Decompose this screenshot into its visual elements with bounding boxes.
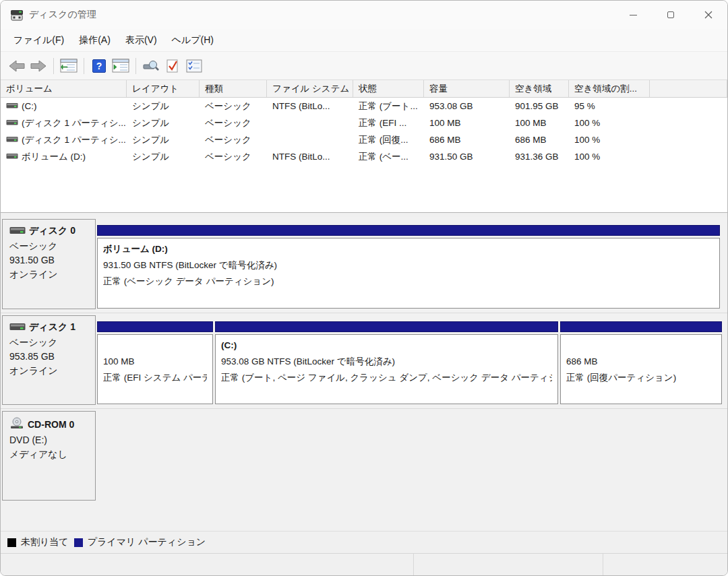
disk-icon [9, 322, 26, 333]
column-header-volume[interactable]: ボリューム [1, 80, 127, 97]
cdrom-0-label[interactable]: CD-ROM 0 DVD (E:) メディアなし [2, 411, 96, 501]
cell-status: 正常 (ベー... [353, 151, 424, 163]
partition-box: 686 MB 正常 (回復パーティション) [560, 334, 722, 404]
partition-color-bar [97, 321, 213, 332]
cell-free: 100 MB [510, 118, 569, 128]
table-row[interactable]: (ディスク 1 パーティシ... シンプル ベーシック 正常 (EFI ... … [1, 115, 727, 131]
partition-status: 正常 (回復パーティション) [566, 370, 716, 386]
disk-status: オンライン [9, 364, 91, 378]
volume-icon [6, 152, 18, 162]
back-icon[interactable] [7, 56, 27, 76]
title-bar: ディスクの管理 [1, 1, 727, 29]
partition-name: (C:) [221, 338, 552, 354]
volume-list: ボリューム レイアウト 種類 ファイル システム 状態 容量 空き領域 空き領域… [1, 80, 727, 212]
partition-color-bar [97, 225, 720, 236]
device-view-icon[interactable] [141, 56, 161, 76]
disk-0-label[interactable]: ディスク 0 ベーシック 931.50 GB オンライン [2, 219, 96, 309]
column-header-capacity[interactable]: 容量 [424, 80, 510, 97]
legend-label: プライマリ パーティション [88, 536, 206, 548]
unallocated-swatch [7, 538, 16, 547]
toolbar: ? [1, 52, 727, 80]
partition-box: 100 MB 正常 (EFI システム パーティション) [97, 334, 213, 404]
task-list-icon[interactable] [184, 56, 204, 76]
status-segment [603, 554, 727, 576]
partition-status: 正常 (ベーシック データ パーティション) [103, 274, 714, 290]
disk-icon [9, 226, 26, 236]
disk-type: ベーシック [9, 239, 91, 253]
disk-0-graph: ボリューム (D:) 931.50 GB NTFS (BitLocker で暗号… [97, 217, 727, 313]
toolbar-separator [135, 58, 136, 74]
disk-name: CD-ROM 0 [28, 419, 74, 430]
help-icon[interactable]: ? [89, 56, 109, 76]
cell-type: ベーシック [200, 134, 267, 146]
console-tree-icon[interactable] [59, 56, 79, 76]
disk-size: 931.50 GB [9, 253, 91, 267]
disk-name: ディスク 1 [29, 321, 75, 333]
disk-name: ディスク 0 [29, 225, 75, 237]
disk-1-graph: 100 MB 正常 (EFI システム パーティション) (C:) 953.08… [97, 313, 727, 408]
column-header-free[interactable]: 空き領域 [510, 80, 569, 97]
disk-size: 953.85 GB [9, 350, 91, 364]
disk-management-window: ディスクの管理 ファイル(F) 操作(A) 表示(V) ヘルプ(H) [0, 0, 728, 576]
partition-volume-d[interactable]: ボリューム (D:) 931.50 GB NTFS (BitLocker で暗号… [97, 225, 720, 309]
cell-status: 正常 (ブート... [353, 100, 424, 113]
partition-status: 正常 (EFI システム パーティション) [103, 370, 207, 386]
action-pane-icon[interactable] [111, 56, 131, 76]
disk-1-label[interactable]: ディスク 1 ベーシック 953.85 GB オンライン [2, 315, 96, 405]
column-header-type[interactable]: 種類 [200, 80, 267, 97]
legend-unallocated: 未割り当て [7, 536, 69, 548]
cell-capacity: 100 MB [424, 118, 510, 128]
disk-status: メディアなし [9, 447, 91, 461]
table-row[interactable]: ボリューム (D:) シンプル ベーシック NTFS (BitLo... 正常 … [1, 148, 727, 165]
cell-layout: シンプル [127, 117, 200, 129]
disk-type: ベーシック [9, 335, 91, 350]
legend-label: 未割り当て [21, 536, 69, 548]
status-bar [1, 553, 727, 576]
partition-color-bar [215, 321, 558, 332]
partition-detail: 953.08 GB NTFS (BitLocker で暗号化済み) [221, 354, 552, 370]
column-header-layout[interactable]: レイアウト [127, 80, 200, 97]
column-header-status[interactable]: 状態 [353, 80, 424, 97]
close-icon[interactable] [690, 1, 727, 29]
partition-detail: 686 MB [566, 354, 716, 370]
cell-free: 686 MB [510, 135, 569, 145]
help-glyph: ? [96, 61, 102, 71]
partition-detail: 931.50 GB NTFS (BitLocker で暗号化済み) [103, 257, 714, 274]
check-document-icon[interactable] [162, 56, 183, 76]
cell-filesystem: NTFS (BitLo... [267, 101, 353, 111]
disk-row-1: ディスク 1 ベーシック 953.85 GB オンライン 100 MB 正常 (… [1, 313, 727, 408]
cell-type: ベーシック [200, 117, 267, 129]
minimize-icon[interactable] [614, 1, 652, 29]
partition-recovery[interactable]: 686 MB 正常 (回復パーティション) [560, 321, 722, 404]
partition-c[interactable]: (C:) 953.08 GB NTFS (BitLocker で暗号化済み) 正… [215, 321, 558, 404]
column-header-free-pct[interactable]: 空き領域の割... [569, 80, 650, 97]
partition-efi[interactable]: 100 MB 正常 (EFI システム パーティション) [97, 321, 213, 404]
maximize-icon[interactable] [652, 1, 690, 29]
menu-file[interactable]: ファイル(F) [6, 30, 71, 51]
cell-capacity: 931.50 GB [424, 152, 510, 162]
disk-management-app-icon [10, 9, 24, 21]
forward-icon[interactable] [28, 56, 49, 76]
cell-free: 931.36 GB [510, 152, 569, 162]
volume-icon [6, 118, 18, 128]
menu-bar: ファイル(F) 操作(A) 表示(V) ヘルプ(H) [1, 29, 727, 52]
table-row[interactable]: (ディスク 1 パーティシ... シンプル ベーシック 正常 (回復... 68… [1, 131, 727, 148]
cdrom-0-graph [97, 409, 727, 504]
cell-status: 正常 (回復... [353, 134, 424, 146]
cell-volume: (ディスク 1 パーティシ... [22, 117, 126, 129]
partition-box: (C:) 953.08 GB NTFS (BitLocker で暗号化済み) 正… [215, 334, 558, 404]
pane-splitter[interactable] [1, 212, 727, 217]
cdrom-icon [9, 417, 24, 431]
volume-list-header: ボリューム レイアウト 種類 ファイル システム 状態 容量 空き領域 空き領域… [1, 80, 727, 98]
partition-status: 正常 (ブート, ページ ファイル, クラッシュ ダンプ, ベーシック データ … [221, 370, 552, 386]
menu-action[interactable]: 操作(A) [71, 30, 118, 51]
cell-volume: (ディスク 1 パーティシ... [22, 134, 126, 146]
column-header-filesystem[interactable]: ファイル システム [267, 80, 353, 97]
menu-view[interactable]: 表示(V) [118, 30, 164, 51]
table-row[interactable]: (C:) シンプル ベーシック NTFS (BitLo... 正常 (ブート..… [1, 98, 727, 115]
volume-icon [6, 135, 18, 145]
partition-name [566, 338, 716, 354]
cell-layout: シンプル [127, 134, 200, 146]
menu-help[interactable]: ヘルプ(H) [164, 30, 221, 51]
cell-status: 正常 (EFI ... [353, 117, 424, 129]
